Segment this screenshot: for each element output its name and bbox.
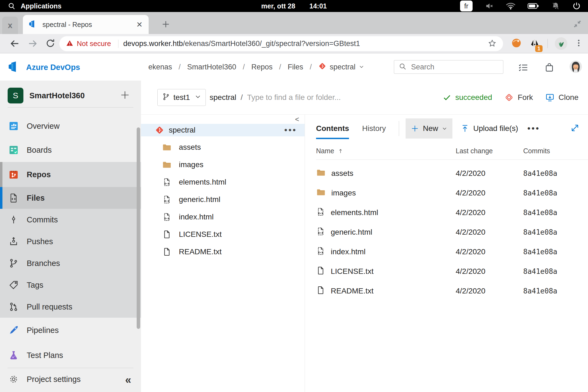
- column-commits[interactable]: Commits: [523, 147, 588, 155]
- tree-item-images[interactable]: images: [141, 156, 305, 173]
- file-name-cell[interactable]: LICENSE.txt: [316, 266, 456, 277]
- toolbar-divider: [547, 39, 548, 48]
- sidebar-item-pipelines[interactable]: Pipelines: [0, 318, 141, 343]
- new-button[interactable]: New: [406, 118, 452, 139]
- find-file-input[interactable]: [247, 93, 400, 102]
- commit-cell[interactable]: 8a41e08a: [523, 267, 588, 275]
- commit-cell[interactable]: 8a41e08a: [523, 169, 588, 177]
- azure-devops-home-link[interactable]: Azure DevOps: [8, 60, 80, 74]
- marketplace-bag-icon[interactable]: [544, 62, 555, 74]
- wifi-icon[interactable]: [506, 2, 516, 10]
- file-name-cell[interactable]: generic.html: [316, 227, 456, 238]
- column-last-change[interactable]: Last change: [456, 147, 523, 155]
- tree-item-license-txt[interactable]: LICENSE.txt: [141, 226, 305, 243]
- browser-profile-avatar[interactable]: [555, 37, 567, 50]
- table-row-images[interactable]: images4/2/20208a41e08a: [316, 183, 588, 203]
- table-row-assets[interactable]: assets4/2/20208a41e08a: [316, 164, 588, 183]
- table-row-elements-html[interactable]: elements.html4/2/20208a41e08a: [316, 203, 588, 222]
- forward-button[interactable]: [27, 38, 38, 50]
- upload-button[interactable]: Upload file(s): [461, 124, 518, 133]
- column-name[interactable]: Name: [316, 147, 456, 155]
- browser-menu-kebab-icon[interactable]: [574, 39, 583, 48]
- branch-selector[interactable]: test1: [157, 89, 206, 106]
- table-row-license-txt[interactable]: LICENSE.txt4/2/20208a41e08a: [316, 262, 588, 281]
- clock[interactable]: mer, ott 28 14:01: [261, 2, 327, 10]
- back-button[interactable]: [9, 38, 20, 50]
- sidebar-item-commits[interactable]: Commits: [0, 209, 141, 231]
- sidebar-collapse-icon[interactable]: «: [125, 374, 131, 386]
- tree-item-index-html[interactable]: index.html: [141, 208, 305, 226]
- sidebar-item-branches[interactable]: Branches: [0, 252, 141, 274]
- sidebar-item-files[interactable]: Files: [0, 187, 141, 209]
- file-name-cell[interactable]: images: [316, 187, 456, 199]
- extension-orange-icon[interactable]: [511, 38, 522, 50]
- breadcrumb-item-repos[interactable]: Repos: [251, 63, 272, 71]
- file-name-cell[interactable]: elements.html: [316, 207, 456, 218]
- tab-contents[interactable]: Contents: [316, 115, 349, 142]
- window-restore-icon[interactable]: [573, 19, 582, 30]
- file-name-cell[interactable]: index.html: [316, 246, 456, 258]
- tab-close-icon[interactable]: ✕: [136, 20, 143, 29]
- tab-history[interactable]: History: [362, 115, 386, 142]
- tree-item-generic-html[interactable]: generic.html: [141, 191, 305, 208]
- bookmark-star-icon[interactable]: [488, 39, 497, 49]
- commit-cell[interactable]: 8a41e08a: [523, 209, 588, 217]
- tree-more-icon[interactable]: •••: [284, 125, 297, 135]
- chevron-down-icon[interactable]: [359, 63, 364, 71]
- build-status[interactable]: succeeded: [443, 93, 492, 102]
- breadcrumb-item-ekenas[interactable]: ekenas: [148, 63, 172, 71]
- tab-strip-close-button[interactable]: x: [2, 17, 18, 34]
- browser-tab[interactable]: spectral - Repos ✕: [23, 15, 149, 34]
- commit-cell[interactable]: 8a41e08a: [523, 248, 588, 256]
- file-name-cell[interactable]: README.txt: [316, 286, 456, 297]
- search-input[interactable]: [411, 63, 493, 71]
- sidebar-item-project-settings[interactable]: Project settings: [0, 368, 141, 390]
- url-bar[interactable]: Not secure devops.worker.htb /ekenas/Sma…: [59, 36, 503, 51]
- notifications-off-icon[interactable]: [551, 2, 560, 10]
- sidebar-item-pull-requests[interactable]: Pull requests: [0, 296, 141, 318]
- fork-button[interactable]: Fork: [504, 93, 533, 102]
- tree-item-elements-html[interactable]: elements.html: [141, 173, 305, 191]
- new-tab-button[interactable]: [159, 18, 172, 31]
- commit-cell[interactable]: 8a41e08a: [523, 189, 588, 197]
- user-avatar[interactable]: [569, 60, 582, 73]
- keyboard-layout-badge[interactable]: fr: [460, 1, 473, 11]
- sidebar-item-repos[interactable]: Repos: [0, 162, 141, 187]
- applications-menu[interactable]: Applications: [0, 2, 62, 10]
- table-row-readme-txt[interactable]: README.txt4/2/20208a41e08a: [316, 281, 588, 301]
- tree-item-readme-txt[interactable]: README.txt: [141, 243, 305, 261]
- tree-item-assets[interactable]: assets: [141, 139, 305, 156]
- commit-cell[interactable]: 8a41e08a: [523, 287, 588, 295]
- clone-button[interactable]: Clone: [545, 93, 578, 102]
- sidebar-item-test-plans[interactable]: Test Plans: [0, 343, 141, 368]
- breadcrumb-item-files[interactable]: Files: [288, 63, 303, 71]
- tree-item-label: elements.html: [179, 178, 226, 186]
- repo-name[interactable]: spectral: [210, 93, 236, 102]
- sidebar-scrollbar-thumb[interactable]: [137, 127, 140, 329]
- reload-button[interactable]: [45, 38, 56, 50]
- sidebar-item-tags[interactable]: Tags: [0, 274, 141, 296]
- tree-collapse-icon[interactable]: <: [295, 115, 299, 124]
- not-secure-label[interactable]: Not secure: [77, 39, 111, 48]
- file-name-cell[interactable]: assets: [316, 168, 456, 179]
- extension-proxy-icon[interactable]: 1: [529, 37, 540, 50]
- sidebar-nav: OverviewBoardsReposFilesCommitsPushesBra…: [0, 114, 141, 368]
- add-project-icon[interactable]: [120, 90, 130, 101]
- table-row-index-html[interactable]: index.html4/2/20208a41e08a: [316, 242, 588, 262]
- sidebar-item-overview[interactable]: Overview: [0, 114, 141, 138]
- battery-icon[interactable]: [528, 2, 539, 10]
- tree-root-row[interactable]: spectral •••: [141, 124, 305, 136]
- volume-muted-icon[interactable]: [485, 2, 494, 10]
- fullscreen-expand-icon[interactable]: [570, 123, 580, 134]
- project-header[interactable]: S SmartHotel360: [0, 81, 141, 104]
- sidebar-item-pushes[interactable]: Pushes: [0, 231, 141, 252]
- header-search-box[interactable]: [394, 60, 503, 74]
- commit-cell[interactable]: 8a41e08a: [523, 228, 588, 236]
- breadcrumb-item-smarthotel360[interactable]: SmartHotel360: [187, 63, 236, 71]
- sidebar-item-boards[interactable]: Boards: [0, 138, 141, 162]
- breadcrumb-item-spectral[interactable]: spectral: [318, 62, 364, 72]
- power-icon[interactable]: [572, 2, 581, 10]
- table-row-generic-html[interactable]: generic.html4/2/20208a41e08a: [316, 222, 588, 242]
- task-list-icon[interactable]: [518, 62, 529, 74]
- more-actions-icon[interactable]: •••: [527, 124, 540, 133]
